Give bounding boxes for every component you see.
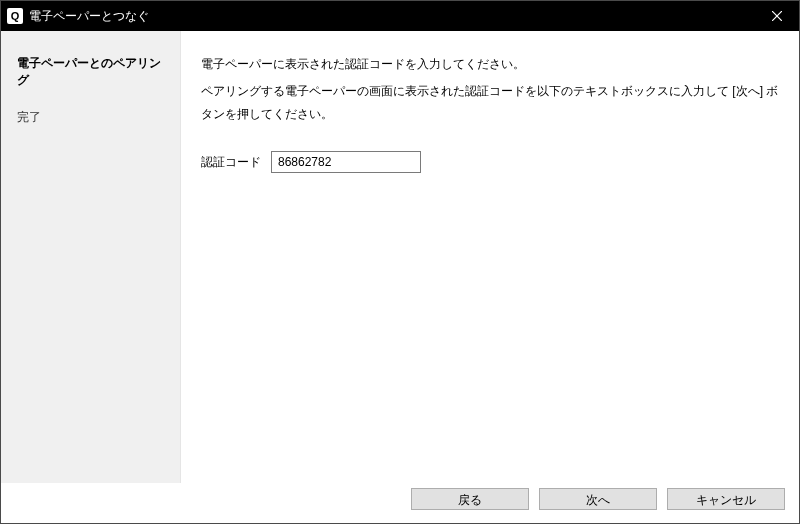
- sidebar-step-done: 完了: [1, 103, 180, 132]
- close-icon: [772, 11, 782, 21]
- close-button[interactable]: [754, 1, 799, 31]
- auth-code-input[interactable]: [271, 151, 421, 173]
- app-icon-letter: Q: [11, 10, 20, 22]
- dialog-window: Q 電子ペーパーとつなぐ 電子ペーパーとのペアリング 完了 電子ペーパーに表示さ…: [0, 0, 800, 524]
- sidebar-step-pairing: 電子ペーパーとのペアリング: [1, 49, 180, 95]
- back-button[interactable]: 戻る: [411, 488, 529, 510]
- main-panel: 電子ペーパーに表示された認証コードを入力してください。 ペアリングする電子ペーパ…: [181, 31, 799, 483]
- window-title: 電子ペーパーとつなぐ: [29, 8, 754, 25]
- button-bar: 戻る 次へ キャンセル: [1, 483, 799, 523]
- wizard-sidebar: 電子ペーパーとのペアリング 完了: [1, 31, 181, 483]
- auth-code-row: 認証コード: [201, 151, 779, 173]
- instruction-line-1: 電子ペーパーに表示された認証コードを入力してください。: [201, 53, 779, 76]
- body-area: 電子ペーパーとのペアリング 完了 電子ペーパーに表示された認証コードを入力してく…: [1, 31, 799, 483]
- app-icon: Q: [7, 8, 23, 24]
- next-button[interactable]: 次へ: [539, 488, 657, 510]
- title-bar: Q 電子ペーパーとつなぐ: [1, 1, 799, 31]
- cancel-button[interactable]: キャンセル: [667, 488, 785, 510]
- auth-code-label: 認証コード: [201, 154, 261, 171]
- instruction-line-2: ペアリングする電子ペーパーの画面に表示された認証コードを以下のテキストボックスに…: [201, 80, 779, 126]
